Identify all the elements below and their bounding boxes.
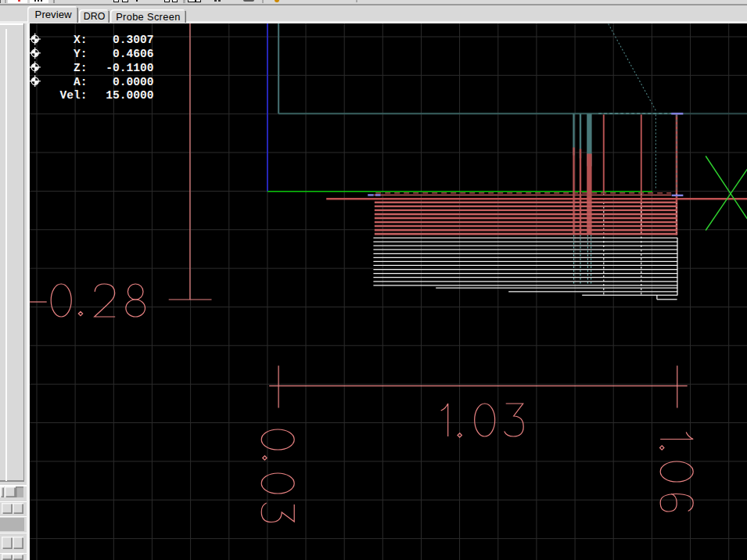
svg-text:0.0000: 0.0000 (113, 75, 154, 88)
svg-text:X:: X: (74, 34, 87, 46)
svg-text:0.3007: 0.3007 (113, 34, 154, 46)
svg-text:A:: A: (74, 75, 87, 88)
svg-text:-0.1100: -0.1100 (106, 61, 153, 74)
svg-text:Z:: Z: (74, 61, 87, 74)
svg-text:Y:: Y: (74, 48, 87, 60)
svg-text:Vel:: Vel: (59, 89, 87, 102)
svg-text:15.0000: 15.0000 (106, 89, 153, 102)
svg-text:0.4606: 0.4606 (113, 48, 154, 60)
